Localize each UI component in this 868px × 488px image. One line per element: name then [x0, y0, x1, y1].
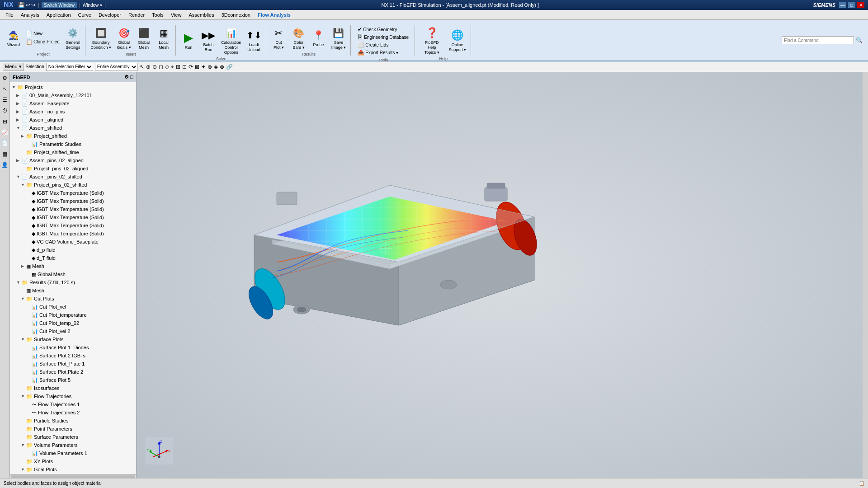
local-mesh-btn[interactable]: ▦ LocalMesh: [155, 25, 173, 51]
tree-item[interactable]: ▼📁Flow Trajectories: [10, 392, 136, 400]
save-icon[interactable]: 💾: [18, 2, 25, 8]
search-icon[interactable]: 🔍: [856, 37, 863, 43]
global-mesh-btn[interactable]: ⬛ GlobalMesh: [135, 25, 153, 51]
global-goals-btn[interactable]: 🎯 GlobalGoals ▾: [115, 25, 133, 51]
tree-toggle-icon[interactable]: ▶: [16, 109, 21, 114]
sel-icon-7[interactable]: ⊞: [176, 64, 180, 70]
tree-item[interactable]: 📁Isosurfaces: [10, 384, 136, 392]
sel-icon-12[interactable]: ⊛: [208, 64, 212, 70]
general-settings-btn[interactable]: ⚙️ GeneralSettings: [64, 25, 82, 51]
tree-toggle-icon[interactable]: ▼: [16, 280, 21, 285]
sel-icon-5[interactable]: ◇: [165, 64, 169, 70]
menu-flow-analysis[interactable]: Flow Analysis: [254, 11, 294, 19]
batch-run-btn[interactable]: ▶▶ BatchRun: [199, 27, 217, 53]
tree-toggle-icon[interactable]: ▼: [12, 85, 16, 89]
tree-item[interactable]: ▶📄Assem_no_pins: [10, 108, 136, 116]
sidebar-icon-person[interactable]: 👤: [1, 161, 9, 169]
tree-item[interactable]: ▶📁Project_shifted: [10, 132, 136, 140]
menu-curve[interactable]: Curve: [75, 11, 95, 19]
wizard-btn[interactable]: 🧙 Wizard: [5, 27, 23, 48]
close-btn[interactable]: ✕: [857, 2, 864, 8]
sel-icon-2[interactable]: ⊕: [146, 64, 151, 70]
sel-icon-11[interactable]: ✦: [201, 64, 206, 70]
run-btn[interactable]: ▶ Run: [179, 30, 198, 51]
sidebar-icon-cursor[interactable]: ↖: [1, 85, 9, 93]
tree-toggle-icon[interactable]: ▼: [16, 174, 21, 179]
tree-item[interactable]: 📊Cut Plot_vel 2: [10, 327, 136, 335]
sel-icon-6[interactable]: ⌖: [171, 64, 174, 70]
tree-item[interactable]: ▦Mesh: [10, 286, 136, 295]
tree-item[interactable]: 📁Particle Studies: [10, 417, 136, 425]
color-bars-btn[interactable]: 🎨 ColorBars ▾: [290, 25, 308, 51]
tree-item[interactable]: 📊Volume Parameters 1: [10, 449, 136, 457]
tree-item[interactable]: ▶📄00_Main_Assembly_122101: [10, 91, 136, 99]
save-image-btn[interactable]: 💾 SaveImage ▾: [330, 25, 348, 51]
export-results-btn[interactable]: 📤 Export Results ▾: [356, 49, 400, 56]
tree-item[interactable]: 📊Surface Plot_Plate 1: [10, 360, 136, 368]
selection-filter-dropdown[interactable]: No Selection Filter: [46, 63, 93, 71]
tree-toggle-icon[interactable]: ▶: [21, 134, 25, 138]
menu-dropdown-btn[interactable]: Menu ▾: [3, 63, 24, 71]
tree-item[interactable]: ▼📁Volume Parameters: [10, 441, 136, 449]
scope-dropdown[interactable]: Entire Assembly: [95, 63, 138, 71]
menu-view[interactable]: View: [167, 11, 185, 19]
tree-toggle-icon[interactable]: ▼: [21, 467, 25, 472]
tree-content[interactable]: ▼📁Projects▶📄00_Main_Assembly_122101▶📄Ass…: [10, 82, 136, 474]
online-support-btn[interactable]: 🌐 OnlineSupport ▾: [447, 27, 468, 53]
sidebar-icon-clock[interactable]: ⏱: [1, 107, 9, 115]
tree-item[interactable]: 📊Cut Plot_vel: [10, 303, 136, 311]
tree-item[interactable]: 〜Flow Trajectories 1: [10, 400, 136, 408]
tree-item[interactable]: 📁Project_shifted_time: [10, 148, 136, 156]
menu-assemblies[interactable]: Assemblies: [185, 11, 217, 19]
tree-item[interactable]: ▶📄Assem_pins_02_aligned: [10, 156, 136, 164]
tree-item[interactable]: ◆IGBT Max Temperature (Solid): [10, 205, 136, 213]
tree-toggle-icon[interactable]: ▶: [16, 158, 21, 163]
menu-analysis[interactable]: Analysis: [17, 11, 43, 19]
tree-item[interactable]: ▶📄Assem_aligned: [10, 116, 136, 124]
tree-toggle-icon[interactable]: ▼: [21, 296, 25, 301]
tree-item[interactable]: ◆IGBT Max Temperature (Solid): [10, 213, 136, 221]
tree-item[interactable]: ▦Global Mesh: [10, 270, 136, 278]
minimize-btn[interactable]: —: [839, 2, 846, 8]
sidebar-icon-layers[interactable]: ☰: [1, 96, 9, 104]
tree-toggle-icon[interactable]: ▼: [21, 183, 25, 187]
sidebar-icon-chart[interactable]: 📈: [1, 128, 9, 136]
sidebar-icon-file[interactable]: 📄: [1, 139, 9, 147]
tree-item[interactable]: 📊Parametric Studies: [10, 140, 136, 148]
tree-item[interactable]: ◆VG CAD Volume_Baseplate: [10, 238, 136, 246]
sel-icon-14[interactable]: ⊜: [220, 64, 224, 70]
tree-item[interactable]: 📊Cut Plot_temperature: [10, 311, 136, 319]
tree-horizontal-scrollbar[interactable]: [10, 474, 136, 478]
tree-item[interactable]: 📊Surface Plot 2 IGBTs: [10, 352, 136, 360]
sel-icon-8[interactable]: ⊡: [182, 64, 187, 70]
tree-item[interactable]: ▼📄Assem_pins_02_shifted: [10, 173, 136, 181]
sel-icon-13[interactable]: ◈: [214, 64, 218, 70]
tree-item[interactable]: ▼📄Assem_shifted: [10, 124, 136, 132]
sidebar-icon-expand[interactable]: ⊞: [1, 117, 9, 126]
tree-maximize-icon[interactable]: □: [130, 74, 133, 80]
menu-application[interactable]: Application: [43, 11, 75, 19]
sidebar-icon-settings[interactable]: ⚙: [1, 74, 9, 82]
tree-toggle-icon[interactable]: ▶: [16, 101, 21, 106]
cut-plot-btn[interactable]: ✂ CutPlot ▾: [270, 25, 288, 51]
tree-item[interactable]: ◆d_T fluid: [10, 254, 136, 262]
load-unload-btn[interactable]: ⬆⬇ Load/Unload: [245, 27, 263, 53]
new-btn[interactable]: 📄 New: [24, 30, 62, 38]
window-menu[interactable]: Window ▾: [83, 3, 102, 8]
sel-icon-10[interactable]: ⊠: [195, 64, 199, 70]
tree-item[interactable]: ▼📁Cut Plots: [10, 295, 136, 303]
tree-item[interactable]: ◆d_p fluid: [10, 246, 136, 254]
maximize-btn[interactable]: □: [848, 2, 855, 8]
tree-item[interactable]: 📁Project_pins_02_aligned: [10, 164, 136, 173]
tree-toggle-icon[interactable]: ▼: [21, 443, 25, 447]
check-geometry-btn[interactable]: ✔ Check Geometry: [356, 26, 398, 33]
sel-icon-9[interactable]: ⟳: [189, 64, 193, 70]
floefd-help-btn[interactable]: ❓ FloEFD HelpTopics ▾: [419, 25, 445, 56]
tree-item[interactable]: 📊Surface Plot 5: [10, 376, 136, 384]
tree-item[interactable]: ▼📁Project_pins_02_shifted: [10, 181, 136, 189]
switch-window-btn[interactable]: Switch Window: [42, 2, 77, 8]
menu-developer[interactable]: Developer: [95, 11, 125, 19]
sel-icon-4[interactable]: ◻: [159, 64, 163, 70]
sel-icon-1[interactable]: ↖: [140, 64, 144, 70]
tree-toggle-icon[interactable]: ▼: [21, 337, 25, 342]
